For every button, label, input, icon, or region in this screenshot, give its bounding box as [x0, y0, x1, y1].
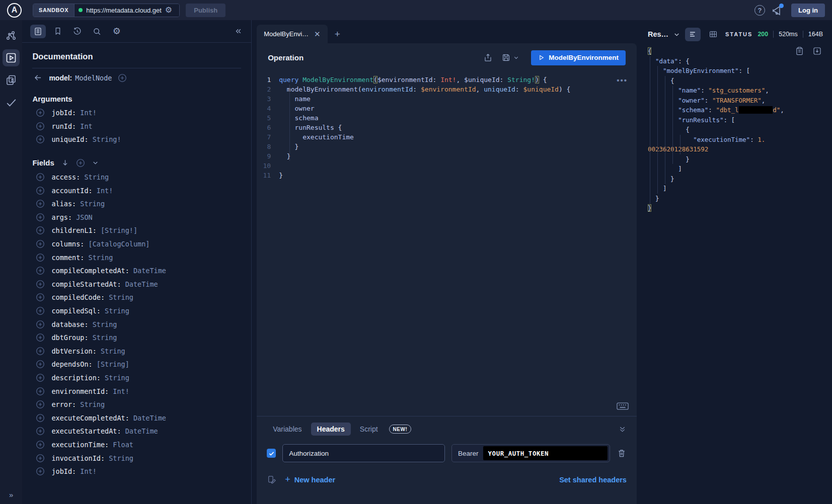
doc-field-item[interactable]: args: JSON: [32, 211, 241, 224]
expand-rail-icon[interactable]: »: [9, 490, 13, 499]
auth-token-value[interactable]: YOUR_AUTH_TOKEN: [483, 446, 608, 460]
apollo-logo[interactable]: A: [7, 3, 22, 18]
add-to-query-icon[interactable]: [36, 306, 45, 315]
doc-field-item[interactable]: executeCompletedAt: DateTime: [32, 411, 241, 425]
nav-schema-graph[interactable]: [3, 27, 20, 44]
doc-field-item[interactable]: dbtVersion: String: [32, 345, 241, 358]
add-to-query-icon[interactable]: [36, 360, 45, 369]
doc-field-item[interactable]: childrenL1: [String!]: [32, 224, 241, 237]
add-to-query-icon[interactable]: [36, 280, 45, 289]
doc-field-item[interactable]: compiledSql: String: [32, 304, 241, 318]
header-value-field[interactable]: Bearer YOUR_AUTH_TOKEN: [451, 444, 610, 462]
login-button[interactable]: Log in: [791, 4, 825, 17]
doc-field-item[interactable]: description: String: [32, 371, 241, 385]
endpoint-url-box[interactable]: https://metadata.cloud.get ⚙: [74, 4, 179, 17]
run-operation-button[interactable]: ModelByEnvironment: [531, 50, 626, 65]
docs-tab-settings[interactable]: ⚙: [109, 25, 124, 38]
response-view-raw[interactable]: [685, 28, 701, 41]
add-to-query-icon[interactable]: [36, 186, 45, 195]
help-icon[interactable]: ?: [754, 5, 765, 16]
add-to-query-icon[interactable]: [36, 135, 45, 144]
doc-field-item[interactable]: database: String: [32, 317, 241, 331]
docs-tab-search[interactable]: [89, 25, 105, 38]
doc-argument-item[interactable]: runId: Int: [32, 120, 241, 133]
add-to-query-icon[interactable]: [36, 226, 45, 235]
add-to-query-icon[interactable]: [36, 239, 45, 248]
add-to-query-icon[interactable]: [36, 226, 45, 235]
doc-field-item[interactable]: jobId: Int!: [32, 465, 241, 478]
add-to-query-icon[interactable]: [36, 293, 45, 302]
docs-tab-saved[interactable]: [50, 25, 65, 38]
add-to-query-icon[interactable]: [36, 373, 45, 382]
add-to-query-icon[interactable]: [36, 387, 45, 396]
add-to-query-icon[interactable]: [36, 266, 45, 275]
add-to-query-icon[interactable]: [36, 320, 45, 329]
docs-tab-history[interactable]: [69, 25, 85, 38]
add-to-query-icon[interactable]: [76, 158, 85, 167]
doc-field-item[interactable]: access: String: [32, 171, 241, 184]
response-view-table[interactable]: [705, 28, 721, 41]
add-all-fields-icon[interactable]: [76, 158, 85, 167]
add-to-query-icon[interactable]: [36, 427, 45, 436]
nav-sandbox-copies[interactable]: [3, 71, 20, 89]
add-to-query-icon[interactable]: [36, 320, 45, 329]
query-editor[interactable]: ••• 1query ModelByEnvironment($environme…: [257, 72, 637, 416]
sort-down-arrow-icon[interactable]: [61, 158, 69, 167]
doc-field-item[interactable]: comment: String: [32, 250, 241, 264]
add-to-query-icon[interactable]: [36, 454, 45, 463]
tab-variables[interactable]: Variables: [267, 423, 308, 436]
add-to-query-icon[interactable]: [36, 400, 45, 409]
nav-checks[interactable]: [3, 94, 20, 111]
add-to-query-icon[interactable]: [36, 108, 45, 117]
add-to-query-icon[interactable]: [36, 373, 45, 382]
add-to-query-icon[interactable]: [36, 173, 45, 182]
add-to-query-icon[interactable]: [36, 413, 45, 423]
save-control[interactable]: [501, 53, 519, 62]
add-to-query-icon[interactable]: [36, 173, 45, 182]
publish-button[interactable]: Publish: [186, 4, 225, 17]
doc-field-item[interactable]: invocationId: String: [32, 451, 241, 465]
doc-field-item[interactable]: accountId: Int!: [32, 184, 241, 197]
code-line[interactable]: 11}: [257, 171, 637, 180]
announcements-icon[interactable]: [771, 4, 783, 16]
add-type-icon[interactable]: [118, 73, 127, 82]
code-line[interactable]: 2 modelByEnvironment(environmentId: $env…: [257, 85, 637, 94]
add-to-query-icon[interactable]: [36, 213, 45, 222]
back-arrow-icon[interactable]: [33, 73, 43, 82]
new-header-button[interactable]: + New header: [285, 474, 335, 485]
doc-field-item[interactable]: compileStartedAt: DateTime: [32, 278, 241, 291]
code-line[interactable]: 9 }: [257, 151, 637, 161]
doc-field-item[interactable]: columns: [CatalogColumn]: [32, 237, 241, 251]
add-to-query-icon[interactable]: [118, 73, 127, 82]
add-to-query-icon[interactable]: [36, 199, 45, 208]
doc-field-item[interactable]: executeStartedAt: DateTime: [32, 425, 241, 438]
add-to-query-icon[interactable]: [36, 413, 45, 423]
add-to-query-icon[interactable]: [36, 360, 45, 369]
share-icon[interactable]: [483, 53, 493, 62]
collapse-panel-icon[interactable]: [618, 425, 627, 434]
header-enabled-checkbox[interactable]: [267, 449, 276, 458]
doc-field-item[interactable]: executionTime: Float: [32, 438, 241, 452]
add-to-query-icon[interactable]: [36, 122, 45, 131]
add-to-query-icon[interactable]: [36, 293, 45, 302]
code-line[interactable]: 8 }: [257, 142, 637, 151]
add-to-query-icon[interactable]: [36, 387, 45, 396]
endpoint-url[interactable]: https://metadata.cloud.get: [86, 7, 162, 14]
chevron-down-icon[interactable]: [92, 159, 99, 166]
operation-tab[interactable]: ModelByEnvi… ✕: [257, 25, 327, 43]
response-title[interactable]: Res…: [648, 30, 668, 38]
add-to-query-icon[interactable]: [36, 253, 45, 262]
add-to-query-icon[interactable]: [36, 266, 45, 275]
add-to-query-icon[interactable]: [36, 333, 45, 342]
tab-script[interactable]: Script: [354, 423, 384, 436]
add-to-query-icon[interactable]: [36, 333, 45, 342]
add-to-query-icon[interactable]: [36, 280, 45, 289]
endpoint-settings-gear-icon[interactable]: ⚙: [165, 6, 172, 14]
add-to-query-icon[interactable]: [36, 199, 45, 208]
add-to-query-icon[interactable]: [36, 440, 45, 449]
doc-field-item[interactable]: environmentId: Int!: [32, 384, 241, 398]
collapse-docs-icon[interactable]: [234, 27, 243, 36]
doc-field-item[interactable]: compileCompletedAt: DateTime: [32, 264, 241, 278]
doc-field-item[interactable]: dbtGroup: String: [32, 331, 241, 345]
header-name-input[interactable]: [282, 444, 445, 462]
